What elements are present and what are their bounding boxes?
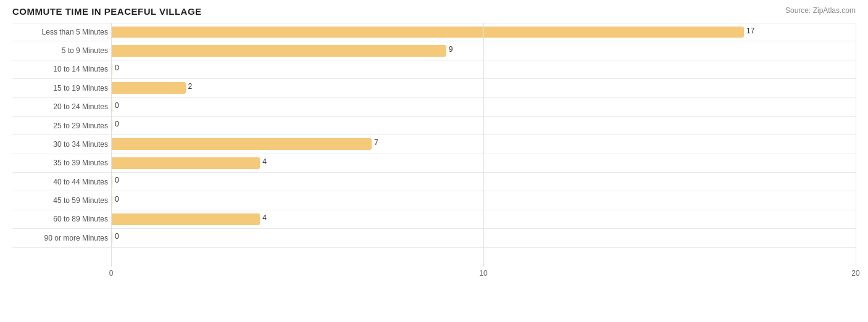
chart-source: Source: ZipAtlas.com <box>785 6 856 15</box>
bar-row: 10 to 14 Minutes0 <box>12 60 856 79</box>
bar-fill: 17 <box>111 27 744 38</box>
bar-label: 30 to 34 Minutes <box>12 140 111 149</box>
bar-value: 9 <box>449 45 453 54</box>
bar-fill: 4 <box>111 213 260 225</box>
bar-row: 30 to 34 Minutes7 <box>12 135 856 154</box>
bar-label: 60 to 89 Minutes <box>12 215 111 223</box>
bar-value: 0 <box>115 176 119 184</box>
x-axis: 01020 <box>111 269 856 280</box>
bar-value: 0 <box>115 232 119 241</box>
x-axis-tick: 0 <box>109 269 114 278</box>
bar-label: 15 to 19 Minutes <box>12 84 111 93</box>
bar-value: 0 <box>115 64 119 72</box>
bars-section: Less than 5 Minutes175 to 9 Minutes910 t… <box>12 23 856 266</box>
bar-row: Less than 5 Minutes17 <box>12 23 856 41</box>
bar-value: 4 <box>262 157 267 166</box>
bar-row: 45 to 59 Minutes0 <box>12 191 856 210</box>
chart-header: COMMUTE TIME IN PEACEFUL VILLAGE Source:… <box>12 6 856 17</box>
bar-row: 15 to 19 Minutes2 <box>12 79 856 97</box>
grid-line <box>111 23 112 266</box>
bar-value: 17 <box>746 27 754 35</box>
chart-container: COMMUTE TIME IN PEACEFUL VILLAGE Source:… <box>0 0 868 322</box>
x-axis-tick: 10 <box>479 269 487 278</box>
bar-label: 35 to 39 Minutes <box>12 159 111 167</box>
bar-label: 90 or more Minutes <box>12 234 111 242</box>
bar-label: 20 to 24 Minutes <box>12 102 111 111</box>
bar-label: Less than 5 Minutes <box>12 28 111 36</box>
bar-label: 25 to 29 Minutes <box>12 122 111 130</box>
bar-value: 0 <box>115 195 119 204</box>
grid-line <box>483 23 484 266</box>
bar-row: 90 or more Minutes0 <box>12 229 856 247</box>
bar-value: 0 <box>115 120 119 128</box>
bar-label: 10 to 14 Minutes <box>12 65 111 73</box>
bar-fill: 7 <box>111 138 372 150</box>
bar-row: 20 to 24 Minutes0 <box>12 98 856 117</box>
bar-fill: 4 <box>111 157 260 169</box>
bar-row: 35 to 39 Minutes4 <box>12 154 856 173</box>
bar-row: 5 to 9 Minutes9 <box>12 41 856 60</box>
bar-fill: 9 <box>111 45 446 57</box>
bar-value: 4 <box>262 213 267 222</box>
bar-row: 40 to 44 Minutes0 <box>12 173 856 191</box>
bar-value: 7 <box>374 138 378 147</box>
bar-label: 40 to 44 Minutes <box>12 178 111 186</box>
bar-label: 5 to 9 Minutes <box>12 46 111 55</box>
bar-fill: 2 <box>111 82 186 94</box>
bar-value: 2 <box>188 82 193 91</box>
chart-area: Less than 5 Minutes175 to 9 Minutes910 t… <box>12 23 856 280</box>
chart-title: COMMUTE TIME IN PEACEFUL VILLAGE <box>12 6 202 17</box>
bar-label: 45 to 59 Minutes <box>12 196 111 205</box>
bar-value: 0 <box>115 101 119 110</box>
bar-row: 25 to 29 Minutes0 <box>12 117 856 135</box>
x-axis-tick: 20 <box>851 269 859 278</box>
bar-row: 60 to 89 Minutes4 <box>12 210 856 229</box>
grid-line <box>856 23 856 266</box>
